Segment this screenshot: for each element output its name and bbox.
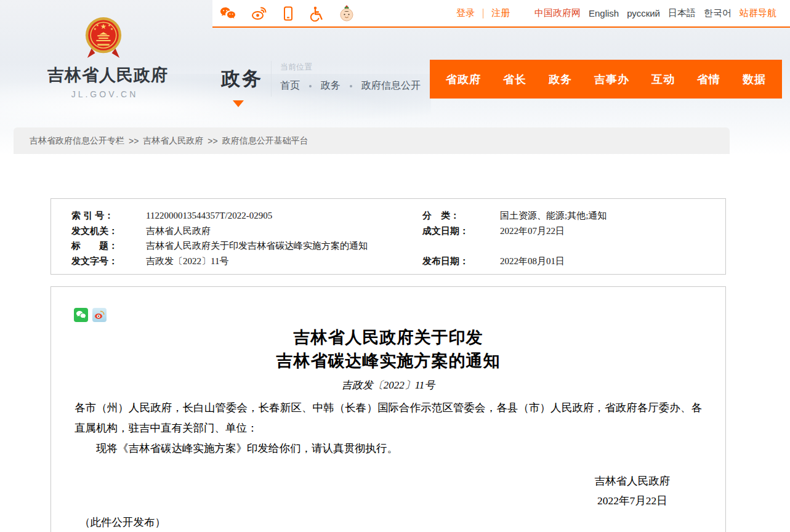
breadcrumb-separator-dot	[309, 85, 312, 87]
current-location-label: 当前位置	[280, 62, 421, 73]
weibo-share-icon[interactable]	[92, 308, 107, 322]
lang-link-russian[interactable]: русский	[627, 8, 660, 18]
path-separator: >>	[208, 136, 217, 146]
meta-label-empty	[422, 238, 500, 254]
path-segment-gov[interactable]: 吉林省人民政府	[143, 135, 203, 147]
document-paragraph-recipients: 各市（州）人民政府，长白山管委会，长春新区、中韩（长春）国际合作示范区管委会，各…	[75, 398, 702, 438]
share-row	[74, 308, 725, 322]
breadcrumb-home[interactable]: 首页	[280, 79, 300, 92]
register-link[interactable]: 注册	[491, 7, 510, 19]
meta-label-index-no: 索 引 号：	[71, 208, 146, 224]
meta-grid: 索 引 号： 1122000013544357T/2022-02905 分 类：…	[71, 208, 725, 268]
public-release-note: （此件公开发布）	[79, 515, 725, 530]
nav-item-provincial-gov[interactable]: 省政府	[446, 72, 481, 87]
meta-label-publish-date: 发布日期：	[422, 254, 500, 269]
signature-date: 2022年7月22日	[595, 491, 671, 510]
breadcrumb-separator-dot	[350, 85, 352, 87]
path-segment-column[interactable]: 吉林省政府信息公开专栏	[30, 135, 124, 147]
site-group-nav-link[interactable]: 站群导航	[740, 7, 776, 19]
document-paragraph-directive: 现将《吉林省碳达峰实施方案》印发给你们，请认真贯彻执行。	[75, 438, 702, 459]
lang-link-english[interactable]: English	[589, 8, 619, 18]
site-name: 吉林省人民政府	[47, 64, 162, 86]
path-separator: >>	[129, 136, 139, 146]
breadcrumb-info-disclosure[interactable]: 政府信息公开	[361, 79, 421, 92]
section-arrow-icon	[233, 100, 244, 107]
document-meta-box: 索 引 号： 1122000013544357T/2022-02905 分 类：…	[50, 198, 726, 275]
document-content-box: 吉林省人民政府关于印发 吉林省碳达峰实施方案的通知 吉政发〔2022〕11号 各…	[50, 286, 726, 532]
login-register-divider	[483, 9, 483, 18]
meta-label-issuing-org: 发文机关：	[71, 224, 146, 239]
section-title: 政务	[221, 66, 263, 92]
primary-nav: 省政府 省长 政务 吉事办 互动 省情 数据	[430, 60, 782, 99]
document-title-line2: 吉林省碳达峰实施方案的通知	[51, 349, 725, 373]
nav-item-governor[interactable]: 省长	[503, 72, 526, 87]
wechat-icon[interactable]	[219, 6, 237, 22]
meta-value-issuing-org: 吉林省人民政府	[146, 224, 422, 239]
mobile-icon[interactable]	[281, 6, 295, 22]
topbar: 登录 注册 中国政府网 English русский 日本語 한국어 站群导航	[212, 0, 790, 28]
svg-text:★: ★	[108, 23, 111, 27]
mascot-icon[interactable]	[338, 4, 355, 23]
document-title-line1: 吉林省人民政府关于印发	[51, 326, 725, 349]
document-number: 吉政发〔2022〕11号	[51, 378, 725, 392]
svg-text:★: ★	[96, 23, 99, 27]
path-segment-platform[interactable]: 政府信息公开基础平台	[222, 135, 308, 147]
meta-label-category: 分 类：	[422, 208, 500, 224]
meta-value-index-no: 1122000013544357T/2022-02905	[146, 208, 422, 224]
signature-org: 吉林省人民政府	[595, 471, 671, 491]
meta-label-written-date: 成文日期：	[422, 224, 500, 239]
site-domain: JL.GOV.CN	[47, 89, 162, 99]
nav-item-province-info[interactable]: 省情	[697, 72, 720, 87]
meta-value-publish-date: 2022年08月01日	[500, 254, 725, 269]
svg-text:★: ★	[110, 27, 113, 31]
accessibility-icon[interactable]	[308, 6, 324, 22]
document-body: 各市（州）人民政府，长白山管委会，长春新区、中韩（长春）国际合作示范区管委会，各…	[51, 398, 725, 459]
signature-block: 吉林省人民政府 2022年7月22日	[595, 471, 671, 510]
svg-text:★: ★	[100, 22, 107, 30]
topbar-icons	[219, 4, 355, 23]
lang-link-korean[interactable]: 한국어	[704, 7, 732, 19]
breadcrumb: 当前位置 首页 政务 政府信息公开	[280, 62, 421, 92]
vertical-divider	[271, 61, 272, 97]
nav-item-interaction[interactable]: 互动	[651, 72, 675, 87]
svg-text:★: ★	[94, 27, 97, 31]
nav-item-data[interactable]: 数据	[743, 72, 766, 87]
meta-value-empty	[500, 238, 725, 254]
breadcrumb-zhengwu[interactable]: 政务	[321, 79, 341, 92]
weibo-icon[interactable]	[251, 6, 268, 22]
path-bar: 吉林省政府信息公开专栏 >> 吉林省人民政府 >> 政府信息公开基础平台	[14, 127, 730, 154]
lang-link-japanese[interactable]: 日本語	[668, 7, 696, 19]
meta-label-doc-no: 发文字号：	[71, 254, 146, 269]
national-emblem-icon: ★ ★ ★ ★ ★	[84, 15, 123, 62]
topbar-links: 登录 注册 中国政府网 English русский 日本語 한국어 站群导航	[456, 7, 790, 19]
meta-value-category: 国土资源、能源;其他;通知	[500, 208, 725, 224]
china-gov-link[interactable]: 中国政府网	[534, 7, 581, 19]
national-emblem: ★ ★ ★ ★ ★	[84, 15, 123, 64]
page: ★ ★ ★ ★ ★ 吉林省人民政府 JL.GOV.CN	[0, 0, 790, 532]
meta-label-title: 标 题：	[71, 238, 146, 254]
nav-item-jishiban[interactable]: 吉事办	[594, 72, 629, 87]
meta-value-written-date: 2022年07月22日	[500, 224, 725, 239]
meta-value-title: 吉林省人民政府关于印发吉林省碳达峰实施方案的通知	[146, 238, 422, 254]
meta-value-doc-no: 吉政发〔2022〕11号	[146, 254, 422, 269]
login-link[interactable]: 登录	[456, 7, 475, 19]
wechat-share-icon[interactable]	[74, 308, 88, 322]
nav-item-zhengwu[interactable]: 政务	[549, 72, 572, 87]
